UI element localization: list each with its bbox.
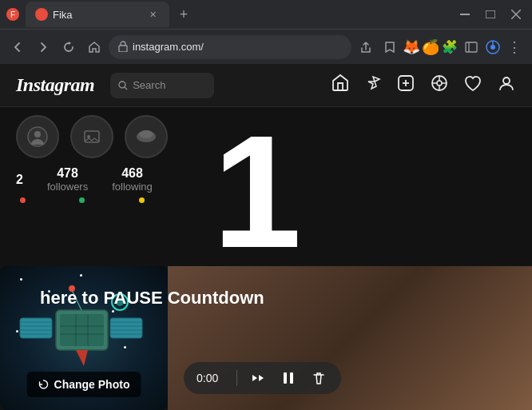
delete-button[interactable]: [309, 368, 328, 388]
maximize-button[interactable]: [481, 6, 500, 22]
svg-rect-1: [486, 10, 495, 18]
svg-rect-39: [110, 318, 142, 338]
svg-rect-34: [60, 314, 104, 346]
stories-row: [0, 107, 532, 166]
svg-point-8: [490, 45, 495, 50]
svg-point-21: [503, 78, 510, 84]
svg-rect-0: [460, 14, 470, 15]
search-placeholder: Search: [133, 79, 165, 91]
change-photo-label: Change Photo: [54, 378, 130, 391]
video-controls: 0:00: [184, 362, 341, 394]
orange-extension-icon[interactable]: 🍊: [422, 38, 439, 56]
pause-countdown-text: here to PAUSE Countdown: [40, 288, 532, 308]
title-bar: F Fika ✕ +: [0, 0, 532, 29]
url-text: instagram.com/: [133, 41, 204, 53]
time-display: 0:00: [197, 372, 225, 384]
browser-favicon: F: [6, 8, 19, 21]
svg-rect-28: [20, 318, 52, 338]
address-bar: instagram.com/ 🦊 🍊 🧩 ⋮: [0, 29, 532, 64]
bookmark-icon-btn[interactable]: [379, 36, 401, 58]
chrome-extension-icon[interactable]: [484, 38, 502, 56]
ig-nav-icons: [331, 74, 516, 98]
profile-stats: 2 478 followers 468 following: [0, 166, 532, 201]
story-item-3[interactable]: [125, 115, 168, 158]
pause-button[interactable]: [279, 368, 298, 388]
followers-label: followers: [47, 181, 88, 193]
window-controls: [455, 6, 526, 22]
followers-stat[interactable]: 478 followers: [47, 166, 88, 193]
svg-point-10: [119, 82, 125, 88]
minimize-button[interactable]: [455, 6, 474, 22]
svg-marker-46: [76, 350, 88, 366]
ig-reels-icon[interactable]: [430, 74, 449, 98]
following-label: following: [112, 181, 153, 193]
svg-rect-4: [119, 46, 127, 52]
story-dot-2: [79, 197, 85, 203]
following-stat[interactable]: 468 following: [112, 166, 153, 193]
ig-heart-icon[interactable]: [463, 74, 482, 98]
share-icon-btn[interactable]: [355, 36, 377, 58]
svg-point-16: [437, 81, 442, 86]
change-photo-icon: [38, 379, 50, 390]
story-avatar-3: [125, 115, 168, 158]
back-button[interactable]: [6, 36, 29, 58]
sidebar-icon-btn[interactable]: [460, 36, 482, 58]
posts-count: 2: [16, 173, 23, 187]
rewind-button[interactable]: [248, 368, 268, 388]
followers-count: 478: [47, 166, 88, 181]
svg-point-27: [139, 130, 153, 138]
forward-button[interactable]: [32, 36, 54, 58]
svg-line-11: [125, 87, 127, 90]
toolbar-icons: 🦊 🍊 🧩 ⋮: [355, 36, 526, 58]
ig-explore-icon[interactable]: [364, 74, 382, 97]
browser-frame: F Fika ✕ +: [0, 0, 532, 410]
lock-icon: [118, 41, 128, 54]
ig-profile-icon[interactable]: [497, 74, 516, 98]
search-icon: [118, 81, 128, 90]
refresh-button[interactable]: [58, 36, 80, 58]
controls-divider: [236, 370, 237, 386]
tab-title: Fika: [53, 9, 73, 21]
story-avatar-2: [70, 115, 113, 158]
story-dot-1: [20, 197, 26, 203]
change-photo-button[interactable]: Change Photo: [27, 372, 141, 397]
fox-extension-icon[interactable]: 🦊: [403, 38, 420, 56]
close-button[interactable]: [506, 6, 526, 22]
home-button[interactable]: [83, 36, 105, 58]
story-avatar-1: [16, 115, 59, 158]
more-menu-button[interactable]: ⋮: [503, 36, 526, 58]
svg-rect-49: [284, 372, 287, 384]
address-input[interactable]: instagram.com/: [109, 35, 351, 59]
puzzle-extension-icon[interactable]: 🧩: [441, 38, 459, 56]
instagram-content: Instagram Search: [0, 64, 532, 410]
svg-rect-5: [466, 42, 477, 52]
following-count: 468: [112, 166, 153, 181]
ig-home-icon[interactable]: [331, 74, 350, 98]
svg-point-23: [34, 131, 41, 137]
tab-close-button[interactable]: ✕: [145, 7, 160, 22]
instagram-logo: Instagram: [16, 74, 94, 96]
story-item-1[interactable]: [16, 115, 59, 158]
tab-favicon-icon: [35, 8, 48, 21]
svg-rect-50: [290, 372, 293, 384]
posts-stat: 2: [16, 173, 23, 187]
instagram-search[interactable]: Search: [110, 73, 214, 98]
ig-add-icon[interactable]: [396, 74, 415, 98]
active-tab[interactable]: Fika ✕: [26, 2, 169, 27]
story-dot-3: [139, 197, 145, 203]
story-item-2[interactable]: [70, 115, 113, 158]
new-tab-button[interactable]: +: [173, 3, 195, 26]
instagram-navbar: Instagram Search: [0, 64, 532, 107]
